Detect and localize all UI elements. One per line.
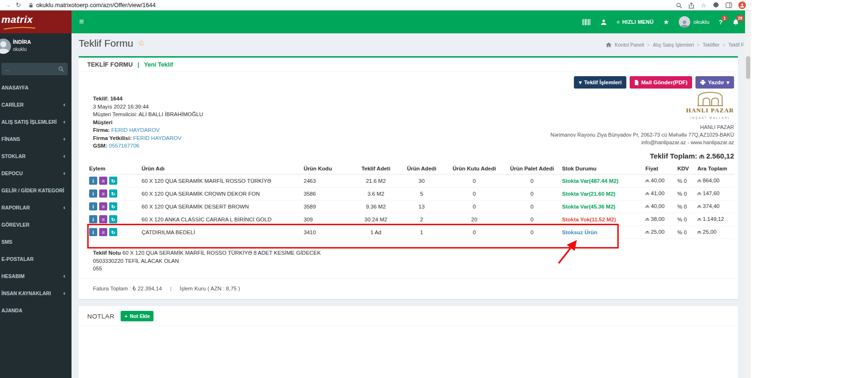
col-header-fiyat: Fiyat: [643, 165, 675, 174]
sync-icon[interactable]: ↻: [109, 202, 117, 210]
forward-icon[interactable]: →: [5, 0, 11, 10]
exchange-rate: İşlem Kuru ( AZN : 8,75 ): [180, 286, 240, 291]
sidebar-toggle-icon[interactable]: ≡: [71, 10, 92, 33]
notifications-button[interactable]: 28: [732, 19, 739, 26]
offer-qty-cell: 1 Ad: [353, 226, 398, 239]
offer-qty-cell: 21.6 M2: [353, 174, 398, 187]
subtotal-cell: ₼ 25,00: [695, 226, 735, 239]
breadcrumb-teklifler[interactable]: Teklifler: [703, 42, 720, 48]
table-row: i≡↻ 60 X 120 ANKA CLASSİC CARARA L BİRİN…: [87, 213, 735, 226]
barcode-icon[interactable]: [582, 19, 591, 25]
sidebar-item-gelir-gider[interactable]: GELİR / GİDER KATEGORİ: [0, 182, 71, 199]
info-icon[interactable]: i: [89, 228, 97, 236]
stock-status-cell: Stokta Var(45.36 M2): [560, 200, 643, 213]
sidebar: İNDİRA okuklu ... ANASAYFA CARİLER‹ ALIŞ…: [0, 33, 71, 378]
contact-label: Firma Yetkilisi:: [93, 135, 132, 141]
sidebar-item-stoklar[interactable]: STOKLAR‹: [0, 148, 71, 165]
refresh-icon[interactable]: ↻: [16, 0, 21, 10]
gsm-link[interactable]: 0557167706: [109, 143, 139, 149]
sidebar-item-ajanda[interactable]: AJANDA: [0, 302, 71, 319]
bookmark-star-icon[interactable]: ☆: [701, 2, 706, 9]
pallet-qty-cell: 0: [504, 200, 560, 213]
extensions-icon[interactable]: [713, 2, 719, 9]
tab-yeni-teklif[interactable]: Yeni Teklif: [144, 61, 173, 68]
action-cell: i≡↻: [87, 213, 140, 226]
product-code-cell: 309: [302, 213, 353, 226]
sync-icon[interactable]: ↻: [109, 189, 117, 198]
address-bar[interactable]: okuklu.matrixotoerp.com/azn/Offer/view/1…: [36, 2, 156, 9]
list-icon[interactable]: ≡: [99, 228, 107, 236]
sidebar-search-input[interactable]: ...: [1, 63, 68, 75]
brand-swoosh-icon: [3, 26, 36, 30]
sidebar-item-insan-kaynaklari[interactable]: İNSAN KAYNAKLARI‹: [0, 285, 71, 302]
table-row-highlighted: i≡↻ ÇATDIRILMA BEDELİ 3410 1 Ad 1 0 0 St…: [87, 226, 735, 239]
add-note-button[interactable]: + Not Ekle: [121, 311, 153, 321]
company-link[interactable]: FERID HAYDAROV: [111, 127, 159, 133]
tab-teklif-formu[interactable]: TEKLİF FORMU: [87, 61, 133, 68]
sidebar-item-epostalar[interactable]: E-POSTALAR: [0, 250, 71, 268]
sidebar-item-finans[interactable]: FİNANS‹: [0, 130, 71, 148]
quick-menu-button[interactable]: ≡ HIZLI MENÜ: [617, 19, 654, 25]
vendor-name: HANLI PAZAR: [551, 123, 734, 131]
offer-number: Teklif: 1644: [93, 95, 203, 103]
breadcrumb-kontrol-paneli[interactable]: Kontol Paneli: [614, 42, 644, 48]
zoom-icon[interactable]: [676, 2, 682, 9]
chevron-left-icon: ‹: [63, 268, 65, 285]
print-button[interactable]: Yazdır ▾: [695, 76, 734, 89]
sync-icon[interactable]: ↻: [109, 177, 117, 185]
sidebar-item-depocu[interactable]: DEPOCU‹: [0, 165, 71, 182]
note-line-1: Teklif Notu 60 X 120 QUA SERAMİK MARFİL …: [93, 249, 321, 257]
side-panel-icon[interactable]: [725, 2, 732, 8]
mail-pdf-button[interactable]: Mail Gönder(PDF): [630, 76, 692, 89]
subtotal-cell: ₼ 374,40: [695, 200, 735, 213]
sidebar-item-sms[interactable]: SMS: [0, 233, 71, 250]
offer-actions-button[interactable]: ▾ Teklif İşlemleri: [574, 76, 626, 89]
scrollbar-thumb[interactable]: [746, 56, 750, 79]
browser-profile-avatar[interactable]: [738, 1, 746, 9]
info-icon[interactable]: i: [89, 215, 97, 223]
list-icon[interactable]: ≡: [99, 177, 107, 185]
person-icon: [0, 39, 11, 54]
page-scrollbar: [745, 10, 751, 378]
box-qty-cell: 20: [445, 213, 504, 226]
search-icon[interactable]: [58, 66, 64, 72]
list-icon[interactable]: ≡: [99, 215, 107, 223]
sidebar-item-anasayfa[interactable]: ANASAYFA: [0, 79, 71, 96]
vat-cell: % 0: [675, 200, 695, 213]
hamburger-icon: ≡: [617, 19, 620, 25]
sidebar-item-alis-satis[interactable]: ALIŞ SATIŞ İŞLEMLERİ‹: [0, 113, 71, 130]
brand-logo[interactable]: matrix: [0, 10, 71, 33]
sidebar-item-raporlar[interactable]: RAPORLAR‹: [0, 199, 71, 216]
brand-name: matrix: [1, 14, 33, 25]
sidebar-item-gorevler[interactable]: GÖREVLER: [0, 216, 71, 233]
info-icon[interactable]: i: [89, 177, 97, 185]
contact-link[interactable]: FERID HAYDAROV: [133, 135, 181, 141]
product-name-cell: 60 X 120 QUA SERAMİK DESERT BROWN: [140, 200, 302, 213]
price-cell: ₼ 40,00: [643, 200, 675, 213]
stock-status-cell: Stokta Var(21.60 M2): [560, 187, 643, 200]
favorites-star-icon[interactable]: ★: [663, 18, 669, 26]
avatar: [0, 39, 11, 54]
sidebar-item-hesabim[interactable]: HESABIM‹: [0, 268, 71, 285]
col-header-teklif-adeti: Teklif Adeti: [353, 165, 398, 174]
caret-down-icon: ▾: [726, 79, 729, 86]
favorite-star-icon[interactable]: ☆: [138, 39, 145, 48]
sidebar-item-cariler[interactable]: CARİLER‹: [0, 96, 71, 113]
info-icon[interactable]: i: [89, 189, 97, 198]
breadcrumb-current: Teklif F: [728, 42, 744, 48]
user-icon[interactable]: [600, 19, 607, 26]
sync-icon[interactable]: ↻: [109, 215, 117, 223]
vendor-logo: HANLI PAZAR İNŞAAT MALLARI: [686, 91, 734, 122]
list-icon[interactable]: ≡: [99, 189, 107, 198]
offer-date: 3 Mayıs 2022 16:39:44: [93, 103, 203, 111]
sync-icon[interactable]: ↻: [109, 228, 117, 236]
share-icon[interactable]: [688, 2, 694, 9]
info-icon[interactable]: i: [89, 202, 97, 210]
help-button[interactable]: ? 1: [719, 19, 723, 26]
breadcrumb-alis-satis[interactable]: Alış Satış İşlemleri: [653, 42, 694, 48]
user-menu[interactable]: okuklu: [679, 16, 709, 28]
invoice-total: Fatura Toplam : ₺ 22.394,14: [93, 286, 162, 291]
unit-qty-cell: 2: [398, 213, 445, 226]
list-icon[interactable]: ≡: [99, 202, 107, 210]
table-row: i≡↻ 60 X 120 QUA SERAMİK MARFİL ROSSO TÜ…: [87, 174, 735, 187]
